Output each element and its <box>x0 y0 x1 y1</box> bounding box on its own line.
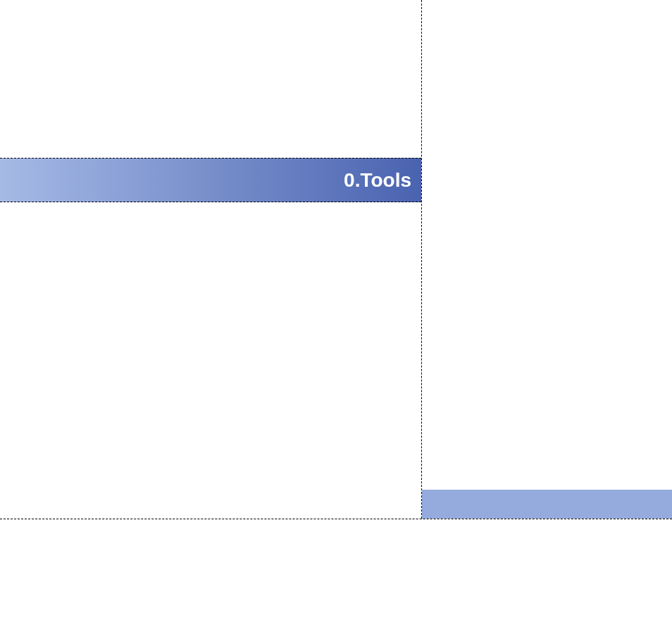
horizontal-divider <box>0 519 672 519</box>
layout-canvas: 0.Tools <box>0 0 672 625</box>
vertical-divider <box>421 0 422 519</box>
section-title-text: 0.Tools <box>344 169 411 192</box>
right-panel-bar <box>422 490 672 519</box>
section-title-bar: 0.Tools <box>0 158 421 202</box>
